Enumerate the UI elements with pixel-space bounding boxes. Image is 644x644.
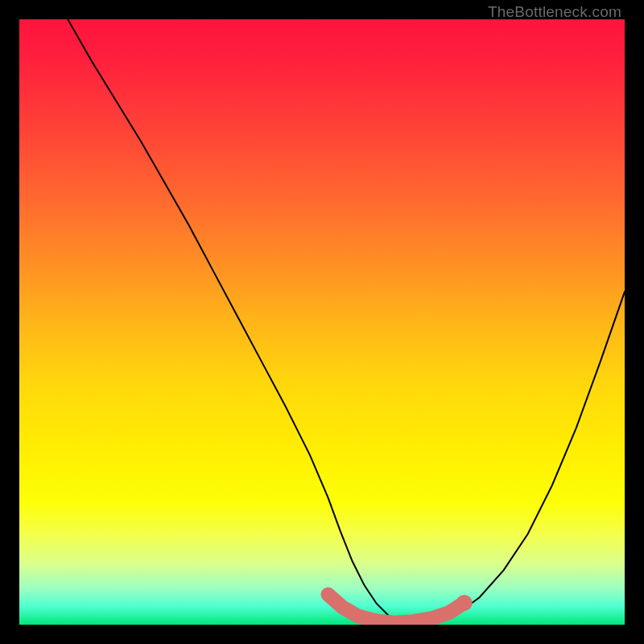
main-curve	[68, 19, 625, 623]
curve-svg	[19, 19, 625, 625]
endcap-dot	[456, 595, 473, 611]
watermark-text: TheBottleneck.com	[488, 3, 621, 21]
highlight-band	[328, 594, 464, 622]
chart-frame: TheBottleneck.com	[0, 0, 644, 644]
plot-area	[19, 19, 625, 625]
